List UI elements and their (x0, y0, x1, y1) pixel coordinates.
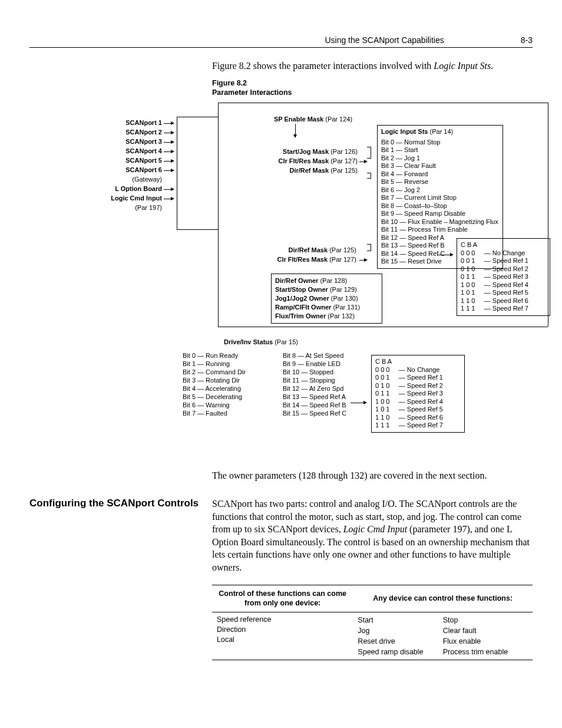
header-title: Using the SCANport Capabilities (325, 35, 444, 45)
sp-enable-mask-label: SP Enable Mask (Par 124) (274, 116, 352, 123)
table-any-col: Start Jog Reset drive Speed ramp disable… (353, 612, 533, 660)
anyb-0: Stop (443, 615, 528, 625)
drive-col2: Bit 8 — At Set Speed Bit 9 — Enable LED … (283, 351, 346, 417)
intro-post: . (491, 61, 493, 71)
owner-2p: (Par 130) (329, 295, 358, 302)
cba2-r7: 1 1 1 — Speed Ref 7 (375, 421, 461, 430)
sp-enable-p: (Par 124) (323, 116, 352, 123)
page-header: Using the SCANport Capabilities 8-3 (29, 35, 533, 48)
drive2-5: Bit 13 — Speed Ref A (283, 393, 346, 401)
figure-caption: Figure 8.2 Parameter Interactions (212, 78, 533, 98)
anya-1: Jog (358, 625, 442, 636)
drive1-6: Bit 6 — Warning (183, 401, 246, 409)
drive1-5: Bit 5 — Decelerating (183, 393, 246, 401)
input-labels: SCANport 1 SCANport 2 SCANport 3 SCANpor… (94, 118, 162, 212)
control-table: Control of these functions can come from… (212, 585, 533, 661)
table-h2: Any device can control these functions: (353, 585, 533, 612)
arrow-right-icon (351, 398, 367, 406)
mask2-0p: (Par 125) (328, 246, 356, 253)
logic-bit-7: Bit 7 — Current Limit Stop (381, 194, 499, 202)
cba-table-1: C B A 0 0 0 — No Change 0 0 1 — Speed Re… (457, 238, 550, 316)
owner-1p: (Par 129) (328, 286, 357, 293)
drive1-0: Bit 0 — Run Ready (183, 351, 246, 360)
logic-bit-6: Bit 6 — Jog 2 (381, 186, 499, 195)
table-single-col: Speed reference Direction Local (212, 612, 353, 660)
cba1-r1: 0 0 1 — Speed Ref 1 (461, 257, 546, 265)
owner-2b: Jog1/Jog2 Owner (275, 295, 329, 302)
anyb-1: Clear fault (443, 625, 528, 636)
mask-labels-1: Start/Jog Mask (Par 126) Clr Flt/Res Mas… (272, 147, 358, 175)
drive1-3: Bit 3 — Rotating Dir (183, 376, 246, 384)
cba1-r5: 1 0 1 — Speed Ref 5 (461, 289, 546, 297)
logic-bit-11: Bit 11 — Process Trim Enable (381, 226, 499, 234)
logic-bit-3: Bit 3 — Clear Fault (381, 162, 499, 170)
cba2-r2: 0 1 0 — Speed Ref 2 (375, 382, 461, 390)
input-loption: L Option Board (115, 185, 162, 192)
drive1-1: Bit 1 — Running (183, 360, 246, 368)
owner-box: Dir/Ref Owner (Par 128) Start/Stop Owner… (271, 274, 382, 324)
drive-title-b: Drive/Inv Status (224, 338, 273, 345)
mask2-1p: (Par 127) (328, 256, 356, 263)
drive2-6: Bit 14 — Speed Ref B (283, 401, 346, 409)
owner-paragraph: The owner parameters (128 through 132) a… (212, 469, 533, 482)
body-em: Logic Cmd Input (343, 524, 407, 534)
mask2-1b: Clr Flt/Res Mask (277, 256, 328, 263)
input-scanport2: SCANport 2 (125, 129, 162, 136)
logic-bit-10: Bit 10 — Flux Enable – Magnetizing Flux (381, 218, 499, 226)
mask1-0p: (Par 126) (329, 148, 358, 155)
sp-enable-b: SP Enable Mask (274, 116, 323, 123)
table-h1: Control of these functions can come from… (212, 585, 353, 612)
logic-bit-0: Bit 0 — Normal Stop (381, 139, 499, 147)
mask1-2b: Dir/Ref Mask (289, 167, 329, 174)
mask-arrows-2 (359, 246, 368, 265)
intro-em: Logic Input Sts (434, 61, 491, 71)
logic-title-p: (Par 14) (428, 128, 453, 135)
mask-labels-2: Dir/Ref Mask (Par 125) Clr Flt/Res Mask … (271, 245, 356, 264)
drive-title-p: (Par 15) (273, 338, 298, 345)
anyb-2: Flux enable (443, 636, 528, 647)
owner-3p: (Par 131) (331, 304, 360, 311)
mask2-0b: Dir/Ref Mask (288, 246, 328, 253)
input-scanport1: SCANport 1 (125, 119, 162, 126)
mask1-0b: Start/Jog Mask (283, 148, 329, 155)
owner-3b: Ramp/ClFlt Owner (275, 304, 331, 311)
single-1: Direction (217, 625, 348, 635)
owner-1b: Start/Stop Owner (275, 286, 328, 293)
cba-table-2: C B A 0 0 0 — No Change 0 0 1 — Speed Re… (371, 355, 465, 433)
drive2-7: Bit 15 — Speed Ref C (283, 409, 346, 417)
cba1-r2: 0 1 0 — Speed Ref 2 (461, 265, 546, 274)
owner-0p: (Par 128) (318, 277, 347, 284)
drive2-1: Bit 9 — Enable LED (283, 360, 346, 368)
figure-number: Figure 8.2 (212, 79, 247, 87)
input-scanport5: SCANport 5 (125, 157, 162, 164)
intro-pre: Figure 8.2 shows the parameter interacti… (212, 61, 434, 71)
owner-4p: (Par 132) (326, 312, 355, 319)
input-logic-cmd: Logic Cmd Input (111, 195, 162, 202)
drive-inv-status: Drive/Inv Status (Par 15) Bit 0 — Run Re… (183, 338, 521, 456)
drive2-4: Bit 12 — At Zero Spd (283, 384, 346, 393)
anya-3: Speed ramp disable (358, 647, 442, 657)
owner-0b: Dir/Ref Owner (275, 277, 318, 284)
cba2-r5: 1 0 1 — Speed Ref 5 (375, 406, 461, 414)
input-gateway: (Gateway) (132, 176, 162, 183)
input-par197: (Par 197) (135, 204, 162, 211)
input-scanport3: SCANport 3 (125, 138, 162, 145)
cba2-r1: 0 0 1 — Speed Ref 1 (375, 374, 461, 382)
section-configuring: Configuring the SCANport Controls SCANpo… (29, 498, 533, 660)
cba1-r4: 1 0 0 — Speed Ref 4 (461, 281, 546, 289)
input-scanport6: SCANport 6 (125, 166, 162, 173)
cba2-r3: 0 1 1 — Speed Ref 3 (375, 390, 461, 398)
logic-bit-1: Bit 1 — Start (381, 146, 499, 154)
mask-arrows-1 (359, 148, 368, 176)
drive2-3: Bit 11 — Stopping (283, 376, 346, 384)
intro-paragraph: Figure 8.2 shows the parameter interacti… (212, 60, 533, 73)
mask1-1p: (Par 127) (329, 157, 358, 164)
logic-bit-4: Bit 4 — Forward (381, 170, 499, 179)
cba1-r0: 0 0 0 — No Change (461, 249, 546, 258)
down-arrow-icon (293, 124, 297, 138)
drive1-7: Bit 7 — Faulted (183, 409, 246, 417)
cba2-r6: 1 1 0 — Speed Ref 6 (375, 414, 461, 422)
cba1-r6: 1 1 0 — Speed Ref 6 (461, 297, 546, 305)
anya-2: Reset drive (358, 636, 442, 647)
page-number: 8-3 (521, 35, 533, 45)
